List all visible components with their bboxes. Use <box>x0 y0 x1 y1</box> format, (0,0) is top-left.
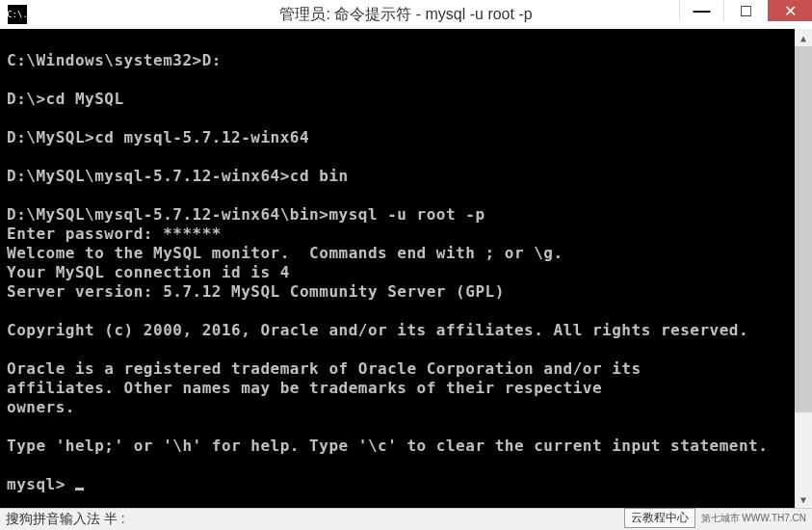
watermark: 第七城市 WWW.TH7.CN <box>701 512 806 525</box>
ime-bar: 搜狗拼音输入法 半 : 云教程中心 第七城市 WWW.TH7.CN <box>0 508 812 530</box>
terminal-output[interactable]: C:\Windows\system32>D: D:\>cd MySQL D:\M… <box>0 29 812 508</box>
window-controls: — □ ✕ <box>679 0 812 21</box>
ime-label: 搜狗拼音输入法 半 : <box>6 511 125 528</box>
terminal-prompt: mysql> <box>7 475 75 493</box>
close-button[interactable]: ✕ <box>768 0 812 21</box>
titlebar: C:\. 管理员: 命令提示符 - mysql -u root -p — □ ✕ <box>0 0 812 29</box>
scrollbar[interactable]: ▲ ▼ <box>795 29 812 508</box>
app-icon: C:\. <box>8 5 27 24</box>
scroll-up-arrow-icon[interactable]: ▲ <box>795 29 812 46</box>
ime-badge[interactable]: 云教程中心 <box>624 508 695 528</box>
scroll-down-arrow-icon[interactable]: ▼ <box>795 490 812 508</box>
ime-right: 云教程中心 第七城市 WWW.TH7.CN <box>624 508 806 528</box>
maximize-button[interactable]: □ <box>723 0 768 21</box>
window-title: 管理员: 命令提示符 - mysql -u root -p <box>279 5 532 25</box>
terminal-text: C:\Windows\system32>D: D:\>cd MySQL D:\M… <box>7 51 768 455</box>
cursor-icon <box>75 488 84 490</box>
minimize-button[interactable]: — <box>679 0 723 21</box>
scrollbar-thumb[interactable] <box>795 46 812 412</box>
